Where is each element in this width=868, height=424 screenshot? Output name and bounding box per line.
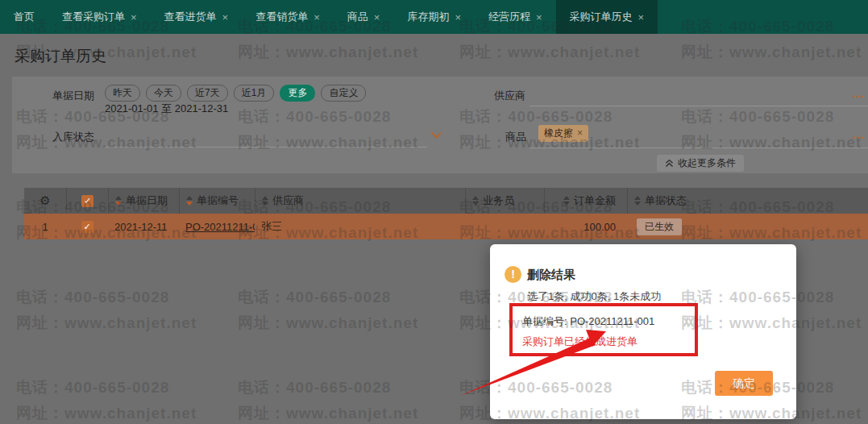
header-label: 供应商: [272, 193, 304, 208]
dialog-summary: 选了1条, 成功0条, 1条未成功: [527, 289, 661, 304]
supplier-label: 供应商: [494, 89, 525, 103]
sort-icon: [115, 196, 122, 206]
header-order-amount[interactable]: 订单金额: [544, 188, 627, 214]
tab-label: 经营历程: [488, 10, 530, 24]
supplier-picker-ellipsis-icon[interactable]: …: [852, 89, 864, 98]
tab-close-icon[interactable]: ×: [536, 11, 542, 23]
header-doc-no[interactable]: 单据编号: [179, 188, 255, 214]
row-index: 1: [24, 214, 66, 239]
header-supplier[interactable]: 供应商: [255, 188, 465, 214]
tab-view-inbound-orders[interactable]: 查看进货单×: [151, 0, 243, 34]
tag-close-icon[interactable]: ×: [577, 127, 583, 139]
filter-panel: 单据日期 昨天 今天 近7天 近1月 更多 自定义 2021-01-01 至 2…: [12, 77, 868, 173]
tab-label: 商品: [347, 10, 368, 24]
double-chevron-up-icon: [665, 159, 674, 168]
date-pill-row: 昨天 今天 近7天 近1月 更多 自定义: [105, 85, 372, 102]
tab-label: 查看采购订单: [62, 10, 125, 24]
tab-business-history[interactable]: 经营历程×: [475, 0, 556, 34]
row-salesman: [465, 214, 544, 239]
watermark-text: 网址：www.chanjet.net: [16, 313, 197, 334]
select-all-cell[interactable]: ✓: [66, 188, 108, 214]
column-settings-cell[interactable]: ⚙: [24, 188, 66, 214]
tab-label: 查看销货单: [255, 10, 308, 24]
gear-icon: ⚙: [39, 193, 50, 208]
date-pill-yesterday[interactable]: 昨天: [105, 85, 140, 102]
tab-bar: 首页查看采购订单×查看进货单×查看销货单×商品×库存期初×经营历程×采购订单历史…: [0, 0, 868, 34]
status-badge: 已生效: [637, 218, 682, 235]
warehouse-status-select[interactable]: [105, 125, 427, 148]
watermark-text: 网址：www.chanjet.net: [238, 313, 418, 334]
date-pill-custom[interactable]: 自定义: [321, 85, 366, 102]
sort-icon: [472, 196, 479, 206]
row-doc-no-cell: PO-20211211-0: [179, 214, 255, 239]
header-label: 单据编号: [197, 193, 239, 208]
warehouse-status-label: 入库状态: [52, 130, 94, 144]
row-checkbox[interactable]: ✓: [81, 221, 93, 233]
chevron-down-icon[interactable]: [431, 128, 442, 139]
tab-close-icon[interactable]: ×: [374, 11, 380, 23]
header-doc-date[interactable]: 单据日期: [108, 188, 179, 214]
date-pill-today[interactable]: 今天: [146, 85, 181, 102]
tab-close-icon[interactable]: ×: [314, 11, 320, 23]
tab-opening-inventory[interactable]: 库存期初×: [393, 0, 475, 34]
row-supplier: 张三: [255, 214, 465, 239]
tab-home[interactable]: 首页: [0, 0, 48, 34]
error-detail-box: 单据编号: PO-20211211-001 采购订单已经生成进货单: [509, 303, 698, 356]
tab-close-icon[interactable]: ×: [638, 11, 645, 23]
tab-label: 库存期初: [407, 10, 449, 24]
header-label: 单据日期: [126, 193, 168, 208]
dialog-title: 删除结果: [527, 268, 575, 283]
table-row[interactable]: 1 ✓ 2021-12-11 PO-20211211-0 张三 100.00 已…: [24, 214, 868, 239]
tab-view-purchase-orders[interactable]: 查看采购订单×: [48, 0, 151, 34]
table-header: ⚙ ✓ 单据日期 单据编号 供应商 业务员 订单金额 单据状态: [24, 188, 868, 214]
date-filter-label: 单据日期: [52, 89, 94, 103]
row-doc-status-cell: 已生效: [627, 214, 868, 239]
sort-icon: [563, 196, 570, 206]
header-salesman[interactable]: 业务员: [465, 188, 544, 214]
tab-label: 首页: [14, 10, 35, 24]
doc-no-link[interactable]: PO-20211211-0: [185, 221, 255, 233]
date-pill-last7days[interactable]: 近7天: [187, 85, 228, 102]
watermark-text: 网址：www.chanjet.net: [238, 42, 418, 63]
sort-icon: [186, 196, 193, 206]
tab-label: 查看进货单: [164, 10, 217, 24]
header-label: 订单金额: [574, 193, 616, 208]
row-doc-date: 2021-12-11: [108, 214, 179, 239]
watermark-text: 网址：www.chanjet.net: [681, 42, 862, 63]
watermark-text: 网址：www.chanjet.net: [459, 42, 640, 63]
row-checkbox-cell[interactable]: ✓: [66, 214, 108, 239]
tab-close-icon[interactable]: ×: [455, 11, 461, 23]
header-label: 业务员: [483, 193, 514, 208]
tab-label: 采购订单历史: [570, 10, 633, 24]
sort-icon: [262, 196, 268, 206]
select-all-checkbox[interactable]: ✓: [81, 195, 93, 207]
watermark-text: 网址：www.chanjet.net: [16, 403, 197, 424]
tab-close-icon[interactable]: ×: [222, 11, 229, 23]
delete-result-dialog: ! 删除结果 选了1条, 成功0条, 1条未成功 单据编号: PO-202112…: [490, 244, 796, 419]
date-pill-more[interactable]: 更多: [280, 85, 315, 102]
watermark-text: 电话：400-665-0028: [16, 287, 169, 308]
watermark-text: 电话：400-665-0028: [238, 287, 391, 308]
watermark-text: 网址：www.chanjet.net: [238, 403, 418, 424]
date-pill-last-month[interactable]: 近1月: [234, 85, 275, 102]
date-range-value[interactable]: 2021-01-01 至 2021-12-31: [105, 102, 228, 116]
error-message: 采购订单已经生成进货单: [522, 335, 685, 349]
confirm-button[interactable]: 确定: [715, 371, 773, 396]
page-title: 采购订单历史: [15, 46, 106, 67]
sort-icon: [634, 196, 641, 206]
watermark-text: 电话：400-665-0028: [238, 377, 391, 398]
error-doc-number: 单据编号: PO-20211211-001: [522, 314, 685, 329]
tab-close-icon[interactable]: ×: [131, 11, 137, 23]
product-tag[interactable]: 橡皮擦×: [538, 125, 588, 142]
header-label: 单据状态: [645, 193, 687, 208]
supplier-input[interactable]: [530, 83, 868, 106]
collapse-button-label: 收起更多条件: [678, 156, 736, 170]
tab-view-sales-orders[interactable]: 查看销货单×: [242, 0, 334, 34]
product-label: 商品: [505, 130, 526, 144]
header-doc-status[interactable]: 单据状态: [627, 188, 868, 214]
collapse-more-conditions-button[interactable]: 收起更多条件: [657, 155, 744, 172]
tab-purchase-order-history[interactable]: 采购订单历史×: [556, 0, 658, 34]
app-window: 首页查看采购订单×查看进货单×查看销货单×商品×库存期初×经营历程×采购订单历史…: [0, 0, 868, 424]
product-picker-ellipsis-icon[interactable]: …: [852, 131, 864, 139]
tab-products[interactable]: 商品×: [334, 0, 394, 34]
